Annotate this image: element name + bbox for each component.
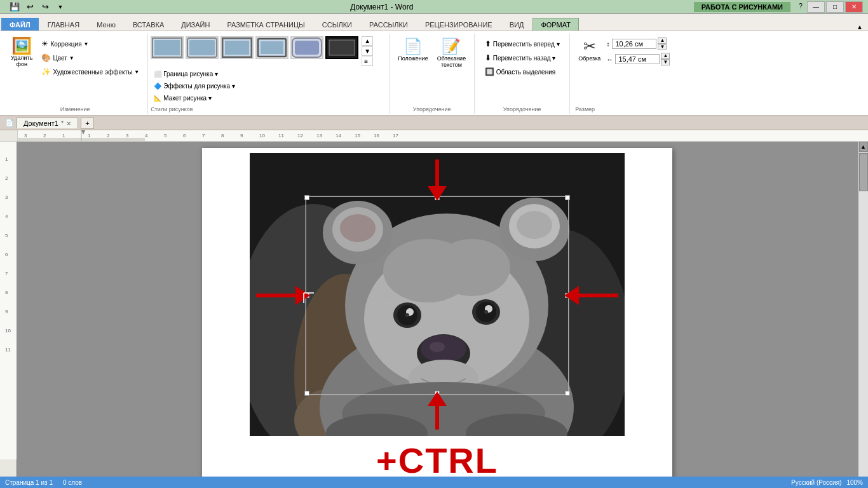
svg-text:6: 6 bbox=[183, 133, 186, 139]
style-thumb-1[interactable] bbox=[151, 36, 184, 59]
style-thumb-4[interactable] bbox=[255, 36, 288, 59]
koala-image-container bbox=[250, 153, 625, 436]
document-tab-1[interactable]: Документ1 * ✕ bbox=[17, 118, 78, 128]
svg-text:2: 2 bbox=[5, 175, 8, 181]
minimize-button[interactable]: — bbox=[807, 1, 825, 13]
svg-point-71 bbox=[405, 313, 409, 317]
tab-mailings[interactable]: РАССЫЛКИ bbox=[361, 18, 416, 30]
width-field[interactable]: 15,47 см bbox=[615, 54, 660, 64]
layout-picture-button[interactable]: 📐 Макет рисунка ▾ bbox=[151, 93, 386, 104]
height-field[interactable]: 10,26 см bbox=[612, 39, 656, 49]
svg-text:7: 7 bbox=[5, 271, 8, 276]
effects-picture-button[interactable]: 🔷 Эффекты для рисунка ▾ bbox=[151, 81, 386, 92]
ribbon-group-size: ✂ Обрезка ↕ 10,26 см ▲ ▼ ↔ 15,47 см ▲ ▼ bbox=[570, 34, 675, 114]
tab-review[interactable]: РЕЦЕНЗИРОВАНИЕ bbox=[417, 18, 501, 30]
height-down[interactable]: ▼ bbox=[658, 44, 667, 50]
styles-scroll-up[interactable]: ▲ bbox=[362, 36, 373, 46]
help-button[interactable]: ? bbox=[796, 1, 806, 11]
svg-text:7: 7 bbox=[202, 133, 205, 139]
svg-text:4: 4 bbox=[145, 133, 148, 139]
collapse-ribbon-icon[interactable]: ▲ bbox=[857, 24, 863, 30]
styles-scroll-down[interactable]: ▼ bbox=[362, 46, 373, 56]
style-thumb-3[interactable] bbox=[220, 36, 254, 59]
customize-quick-access[interactable]: ▼ bbox=[53, 0, 67, 14]
width-down[interactable]: ▼ bbox=[661, 59, 670, 65]
move-forward-button[interactable]: ⬆ Переместить вперед ▾ bbox=[482, 37, 563, 50]
window-title: Документ1 - Word bbox=[70, 3, 694, 11]
svg-text:9: 9 bbox=[5, 309, 8, 315]
color-button[interactable]: 🎨 Цвет ▼ bbox=[38, 51, 142, 64]
svg-text:12: 12 bbox=[297, 133, 303, 139]
work-with-pictures-label: РАБОТА С РИСУНКАМИ bbox=[694, 2, 790, 12]
maximize-button[interactable]: □ bbox=[826, 1, 844, 13]
document-area[interactable]: +CTRL bbox=[17, 142, 858, 488]
doc-tab-name: Документ1 bbox=[24, 119, 58, 127]
ctrl-label: +CTRL bbox=[202, 440, 672, 481]
svg-text:17: 17 bbox=[393, 133, 398, 139]
svg-point-75 bbox=[430, 342, 445, 352]
svg-text:1: 1 bbox=[88, 133, 91, 139]
vertical-scrollbar[interactable]: ▲ ▼ bbox=[858, 142, 868, 488]
koala-svg bbox=[250, 153, 625, 436]
svg-rect-3 bbox=[189, 40, 215, 55]
size-group-label: Размер bbox=[575, 106, 595, 112]
height-size-row: ↕ 10,26 см ▲ ▼ bbox=[606, 37, 670, 50]
doc-tab-close[interactable]: ✕ bbox=[66, 120, 71, 127]
window-controls: ? — □ ✕ bbox=[796, 1, 863, 13]
main-content-area: Yon 1 2 3 4 5 6 7 8 9 10 11 bbox=[0, 142, 868, 488]
styles-label: Стили рисунков bbox=[151, 106, 193, 112]
width-spinner[interactable]: ▲ ▼ bbox=[661, 53, 670, 65]
redo-button[interactable]: ↪ bbox=[38, 0, 52, 14]
height-up[interactable]: ▲ bbox=[658, 37, 667, 44]
delete-bg-button[interactable]: 🖼️ Удалитьфон bbox=[8, 35, 36, 70]
style-thumb-5[interactable] bbox=[290, 36, 323, 59]
scroll-thumb[interactable] bbox=[859, 153, 868, 191]
width-up[interactable]: ▲ bbox=[661, 53, 670, 59]
svg-text:1: 1 bbox=[62, 133, 65, 139]
title-bar: 💾 ↩ ↪ ▼ Документ1 - Word РАБОТА С РИСУНК… bbox=[0, 0, 868, 14]
tab-view[interactable]: ВИД bbox=[501, 18, 532, 30]
new-tab-button[interactable]: + bbox=[81, 118, 93, 129]
tab-home[interactable]: ГЛАВНАЯ bbox=[39, 18, 88, 30]
svg-text:8: 8 bbox=[5, 290, 8, 295]
svg-point-72 bbox=[484, 310, 488, 314]
svg-rect-1 bbox=[154, 40, 180, 55]
move-backward-button[interactable]: ⬇ Переместить назад ▾ bbox=[482, 51, 559, 64]
width-size-row: ↔ 15,47 см ▲ ▼ bbox=[606, 53, 670, 65]
svg-text:11: 11 bbox=[278, 133, 284, 139]
tab-insert[interactable]: ВСТАВКА bbox=[125, 18, 172, 30]
height-spinner[interactable]: ▲ ▼ bbox=[658, 37, 667, 50]
svg-point-64 bbox=[434, 239, 510, 296]
tab-menu[interactable]: Меню bbox=[88, 18, 124, 30]
scroll-track[interactable] bbox=[859, 153, 868, 488]
art-effects-button[interactable]: ✨ Художественные эффекты ▼ bbox=[38, 65, 142, 78]
zoom-level: 100% bbox=[846, 479, 863, 486]
arrange-label: Упорядочение bbox=[413, 106, 451, 112]
horizontal-ruler: 3 2 1 1 2 3 4 5 6 7 8 9 10 11 12 13 14 1… bbox=[18, 130, 868, 141]
ribbon-group-styles: ▲ ▼ ≡ ⬜ Граница рисунка ▾ 🔷 Эффекты для … bbox=[148, 34, 390, 114]
tab-format[interactable]: ФОРМАТ bbox=[532, 18, 579, 30]
wrapping-button[interactable]: 📝 Обтеканиетекстом bbox=[434, 35, 469, 71]
save-button[interactable]: 💾 bbox=[8, 0, 22, 14]
svg-text:10: 10 bbox=[259, 133, 265, 139]
position-button[interactable]: 📄 Положение bbox=[395, 35, 431, 64]
status-bar: Страница 1 из 1 0 слов Русский (Россия) … bbox=[0, 477, 868, 488]
tab-pagelayout[interactable]: РАЗМЕТКА СТРАНИЦЫ bbox=[219, 18, 313, 30]
tab-file[interactable]: ФАЙЛ bbox=[1, 18, 39, 30]
correction-button[interactable]: ☀ Коррекция ▼ bbox=[38, 37, 142, 50]
selection-area-button[interactable]: 🔲 Область выделения bbox=[482, 65, 559, 78]
ribbon-group-arrange: ⬆ Переместить вперед ▾ ⬇ Переместить наз… bbox=[475, 34, 570, 114]
tab-design[interactable]: ДИЗАЙН bbox=[173, 18, 218, 30]
crop-button[interactable]: ✂ Обрезка bbox=[575, 35, 604, 64]
scroll-up-button[interactable]: ▲ bbox=[859, 142, 868, 152]
tab-links[interactable]: ССЫЛКИ bbox=[314, 18, 360, 30]
border-picture-button[interactable]: ⬜ Граница рисунка ▾ bbox=[151, 69, 386, 79]
word-count: 0 слов bbox=[63, 479, 82, 486]
svg-text:3: 3 bbox=[24, 133, 27, 139]
styles-more[interactable]: ≡ bbox=[362, 57, 373, 66]
style-thumb-6-selected[interactable] bbox=[325, 36, 358, 59]
undo-button[interactable]: ↩ bbox=[23, 0, 37, 14]
close-button[interactable]: ✕ bbox=[845, 1, 863, 13]
style-thumb-2[interactable] bbox=[186, 36, 219, 59]
document-page: +CTRL bbox=[202, 148, 672, 488]
